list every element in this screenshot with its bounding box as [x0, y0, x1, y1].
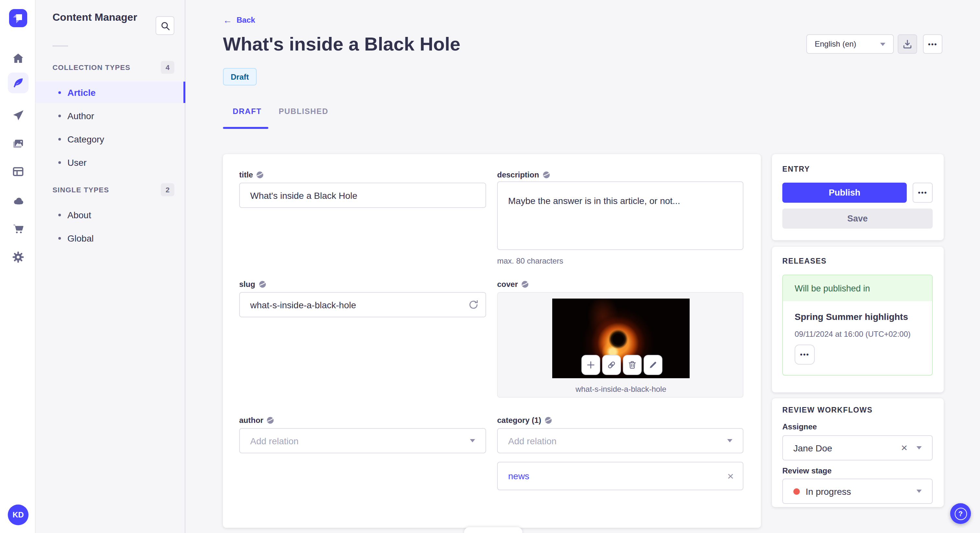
slug-input[interactable] [239, 292, 486, 317]
collection-types-count-badge: 4 [161, 61, 174, 74]
stage-value: In progress [806, 486, 916, 497]
content-type-builder-icon[interactable] [8, 161, 29, 182]
sidebar-item-label: User [67, 157, 86, 167]
clear-assignee-icon[interactable]: × [901, 443, 907, 453]
subnav-divider [52, 45, 68, 47]
publish-button[interactable]: Publish [782, 182, 907, 203]
content-manager-icon[interactable] [8, 73, 29, 93]
section-label-collection-types: COLLECTION TYPES [52, 63, 130, 71]
locale-select[interactable]: English (en) [806, 34, 894, 54]
bullet-icon [58, 213, 61, 216]
edit-form-card: title description Maybe the answer is in… [223, 154, 761, 528]
chevron-down-icon [727, 439, 732, 443]
app-window: KD Content Manager COLLECTION TYPES 4 Ar… [0, 0, 980, 533]
delete-media-button[interactable] [623, 355, 642, 375]
save-button[interactable]: Save [782, 209, 933, 228]
assignee-select[interactable]: Jane Doe × [782, 435, 933, 460]
locale-value: English (en) [815, 40, 856, 49]
release-more-button[interactable]: ••• [795, 344, 815, 365]
floating-toolbar-partial[interactable] [464, 527, 522, 533]
i18n-globe-icon [258, 281, 266, 288]
sidebar-item-about[interactable]: About [36, 204, 185, 225]
i18n-globe-icon [267, 416, 275, 424]
sidebar-item-category[interactable]: Category [36, 128, 185, 150]
single-types-count-badge: 2 [161, 183, 174, 196]
review-heading: REVIEW WORKFLOWS [782, 406, 873, 414]
marketplace-cart-icon[interactable] [8, 218, 29, 239]
bullet-icon [58, 138, 61, 140]
page-title: What's inside a Black Hole [223, 34, 460, 55]
review-stage-select[interactable]: In progress [782, 479, 933, 504]
i18n-globe-icon [521, 281, 529, 288]
tab-draft[interactable]: DRAFT [233, 107, 261, 116]
ellipsis-icon: ••• [918, 189, 927, 196]
add-media-button[interactable] [581, 355, 600, 375]
bullet-icon [58, 161, 61, 163]
author-relation-select[interactable]: Add relation [239, 428, 486, 453]
header-more-button[interactable]: ••• [923, 34, 942, 54]
category-placeholder: Add relation [508, 436, 727, 446]
title-input[interactable] [239, 182, 486, 208]
field-label-category: category (1) [497, 416, 552, 425]
i18n-globe-icon [542, 171, 550, 179]
sidebar-item-global[interactable]: Global [36, 227, 185, 249]
subnav-title: Content Manager [52, 12, 137, 23]
remove-relation-icon[interactable]: × [727, 471, 734, 482]
description-textarea[interactable]: Maybe the answer is in this article, or … [497, 181, 743, 250]
release-name: Spring Summer highlights [795, 311, 908, 322]
pencil-icon [648, 360, 658, 370]
search-icon [161, 21, 170, 30]
back-label: Back [237, 16, 255, 25]
content-manager-subnav: Content Manager COLLECTION TYPES 4 Artic… [36, 0, 185, 533]
edit-media-button[interactable] [644, 355, 662, 375]
bullet-icon [58, 237, 61, 239]
back-arrow-icon: ← [223, 16, 232, 25]
search-button[interactable] [156, 16, 174, 35]
help-button[interactable]: ? [950, 503, 971, 524]
media-library-icon[interactable] [8, 133, 29, 154]
cover-action-toolbar [581, 355, 662, 375]
user-avatar[interactable]: KD [8, 504, 29, 525]
releases-icon[interactable] [8, 105, 29, 125]
chevron-down-icon [880, 43, 885, 46]
active-tab-indicator [223, 127, 268, 129]
copy-link-button[interactable] [602, 355, 621, 375]
plus-icon [586, 360, 596, 370]
cover-media-card: what-s-inside-a-black-hole [497, 292, 743, 398]
sidebar-item-user[interactable]: User [36, 152, 185, 173]
cover-caption: what-s-inside-a-black-hole [498, 385, 744, 394]
sidebar-item-label: Author [67, 110, 94, 121]
strapi-logo-icon[interactable] [9, 9, 27, 27]
releases-panel: RELEASES Will be published in Spring Sum… [772, 247, 944, 392]
assignee-value: Jane Doe [793, 443, 901, 453]
release-status: Will be published in [783, 275, 932, 301]
assignee-label: Assignee [782, 422, 817, 431]
regenerate-slug-button[interactable] [468, 299, 479, 313]
entry-more-button[interactable]: ••• [913, 182, 933, 203]
home-icon[interactable] [8, 48, 29, 69]
relation-news-link[interactable]: news [508, 471, 529, 481]
entry-panel: ENTRY Publish ••• Save [772, 154, 944, 240]
review-workflows-panel: REVIEW WORKFLOWS Assignee Jane Doe × Rev… [772, 398, 944, 507]
sidebar-item-label: Article [67, 87, 95, 97]
field-label-title: title [239, 170, 264, 179]
link-icon [607, 360, 616, 370]
sidebar-item-label: Global [67, 233, 94, 243]
bullet-icon [58, 91, 61, 94]
refresh-icon [468, 299, 479, 310]
release-date: 09/11/2024 at 16:00 (UTC+02:00) [795, 330, 911, 339]
cloud-icon[interactable] [8, 190, 29, 211]
field-label-cover: cover [497, 280, 529, 289]
tab-published[interactable]: PUBLISHED [279, 107, 328, 116]
sidebar-item-author[interactable]: Author [36, 105, 185, 126]
chevron-down-icon [470, 439, 475, 443]
back-link[interactable]: ← Back [223, 16, 255, 25]
category-relation-select[interactable]: Add relation [497, 428, 743, 453]
sidebar-item-article[interactable]: Article [36, 82, 185, 103]
trash-icon [627, 360, 637, 370]
ellipsis-icon: ••• [928, 40, 937, 48]
export-download-button[interactable] [898, 34, 917, 54]
settings-gear-icon[interactable] [8, 247, 29, 268]
field-label-slug: slug [239, 280, 266, 289]
download-icon [902, 39, 913, 49]
